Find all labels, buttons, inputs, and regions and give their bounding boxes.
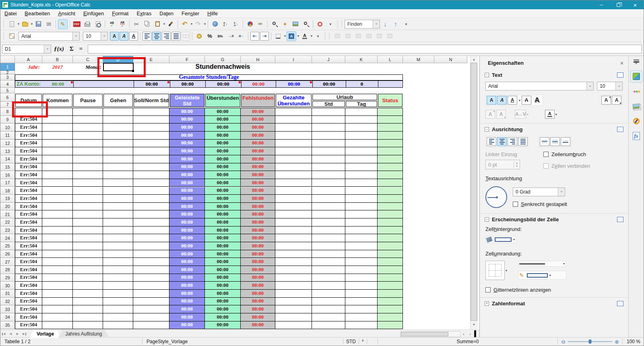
cell-J23[interactable]	[312, 227, 345, 234]
row-header-18[interactable]: 18	[0, 187, 15, 195]
cell-K31[interactable]	[345, 290, 378, 297]
spellcheck-button[interactable]: AB✓	[107, 19, 117, 29]
cell-F21[interactable]: 00:00	[169, 210, 205, 218]
font-name-select[interactable]: Arial˅	[19, 32, 80, 41]
cell-B28[interactable]	[42, 266, 73, 274]
cell-H4[interactable]: 00:00	[241, 81, 276, 87]
edit-mode-button[interactable]: ✎	[58, 19, 68, 29]
cell-B32[interactable]	[42, 298, 73, 305]
cell-G13[interactable]: 00:00	[205, 147, 241, 155]
cell-L29[interactable]	[378, 274, 403, 282]
cell-G32[interactable]: 00:00	[205, 298, 241, 305]
cell-I34[interactable]	[275, 313, 312, 321]
cell-L22[interactable]	[378, 218, 403, 226]
page-style-status[interactable]: PageStyle_Vorlage	[142, 339, 343, 344]
alignment-more-options-icon[interactable]	[617, 127, 623, 132]
cell-K30[interactable]	[345, 282, 378, 289]
column-header-B[interactable]: B	[42, 56, 73, 63]
cell-K8[interactable]	[345, 108, 378, 115]
cell-D20[interactable]	[103, 203, 133, 210]
scroll-down-icon[interactable]: ▼	[471, 321, 477, 327]
cell-J22[interactable]	[312, 218, 345, 226]
cell-D28[interactable]	[103, 266, 133, 274]
cell-C26[interactable]	[73, 250, 103, 258]
header-soll[interactable]: Soll/Norm Std	[134, 94, 169, 107]
header-fehlstunden[interactable]: Fehlstunden	[241, 94, 275, 107]
left-indent-spinner[interactable]: 0 pt ▲▼	[485, 160, 520, 169]
cell-F10[interactable]: 00:00	[169, 124, 205, 131]
help-button[interactable]	[315, 19, 325, 29]
cell-F11[interactable]: 00:00	[169, 132, 205, 139]
sidebar-shadow-button[interactable]: A	[535, 96, 539, 104]
degrees-dropdown-icon[interactable]: ˅	[558, 188, 565, 196]
cell-K19[interactable]	[345, 195, 378, 202]
cell-H8[interactable]: 00:00	[241, 108, 275, 115]
cell-I31[interactable]	[275, 290, 312, 297]
new-document-button[interactable]	[7, 19, 17, 29]
cell-K27[interactable]	[345, 258, 378, 266]
zoom-slider[interactable]	[568, 341, 612, 342]
cell-C33[interactable]	[73, 305, 103, 313]
export-pdf-button[interactable]: PDF	[72, 19, 82, 29]
cell-F4[interactable]: 00:00	[170, 81, 205, 87]
border-picker-button[interactable]	[485, 261, 505, 280]
cell-H28[interactable]: 00:00	[241, 266, 275, 274]
cell-L12[interactable]	[378, 140, 403, 147]
cell-B12[interactable]	[42, 140, 73, 147]
row-header-17[interactable]: 17	[0, 179, 15, 187]
cell-L9[interactable]	[378, 116, 403, 124]
cell-A28[interactable]: Err:504	[15, 266, 42, 274]
menu-datei[interactable]: Datei	[0, 10, 21, 17]
cell-D17[interactable]	[103, 179, 133, 187]
cell-A24[interactable]: Err:504	[15, 234, 42, 242]
cell-D16[interactable]	[103, 171, 133, 179]
scroll-up-icon[interactable]: ▲	[471, 56, 477, 62]
open-dropdown-icon[interactable]: ▾	[31, 22, 33, 26]
cell-J8[interactable]	[312, 108, 345, 115]
align-center-button[interactable]	[497, 137, 507, 146]
insert-chart-button[interactable]	[245, 19, 255, 29]
cell-K4[interactable]: 0	[346, 81, 378, 87]
cell-E4[interactable]: 00:00	[134, 81, 170, 87]
cell-G34[interactable]: 00:00	[205, 313, 241, 321]
column-header-M[interactable]: M	[403, 56, 434, 63]
cell-H19[interactable]: 00:00	[241, 195, 275, 202]
cell-J10[interactable]	[312, 124, 345, 131]
cell-G4[interactable]: 00:00	[205, 81, 241, 87]
cell-H10[interactable]: 00:00	[241, 124, 275, 131]
cell-C31[interactable]	[73, 290, 103, 297]
cell-L30[interactable]	[378, 282, 403, 289]
cell-C28[interactable]	[73, 266, 103, 274]
cell-G15[interactable]: 00:00	[205, 163, 241, 171]
cell-A26[interactable]: Err:504	[15, 250, 42, 258]
cell-I14[interactable]	[275, 155, 312, 163]
cell-K25[interactable]	[345, 242, 378, 250]
increase-font-size-button[interactable]: A	[601, 96, 611, 105]
cell-B22[interactable]	[42, 218, 73, 226]
undo-button[interactable]: ↶	[180, 19, 190, 29]
cell-B15[interactable]	[42, 163, 73, 171]
column-header-N[interactable]: N	[434, 56, 467, 63]
underline-button[interactable]: A	[129, 32, 138, 41]
cell-C35[interactable]	[73, 321, 103, 329]
header-urlaub-tag[interactable]: Tag	[346, 101, 377, 107]
cell-I10[interactable]	[275, 124, 312, 131]
cell-A25[interactable]: Err:504	[15, 242, 42, 250]
cell-I25[interactable]	[275, 242, 312, 250]
cell-I24[interactable]	[275, 234, 312, 242]
cell-B21[interactable]	[42, 210, 73, 218]
cell-H18[interactable]: 00:00	[241, 187, 275, 195]
zoom-level[interactable]: 100 %	[623, 339, 644, 344]
cell-L31[interactable]	[378, 290, 403, 297]
cell-J9[interactable]	[312, 116, 345, 124]
cell-E32[interactable]	[133, 298, 169, 305]
name-box[interactable]: D1 ˅	[2, 45, 51, 54]
cell-E20[interactable]	[133, 203, 169, 210]
cell-J4[interactable]: 00:00	[312, 81, 346, 87]
toolbar-overflow-button[interactable]: ▾	[326, 19, 335, 29]
cell-F27[interactable]: 00:00	[169, 258, 205, 266]
cell-J31[interactable]	[312, 290, 345, 297]
cell-J30[interactable]	[312, 282, 345, 289]
cell-K32[interactable]	[345, 298, 378, 305]
cell-F17[interactable]: 00:00	[169, 179, 205, 187]
